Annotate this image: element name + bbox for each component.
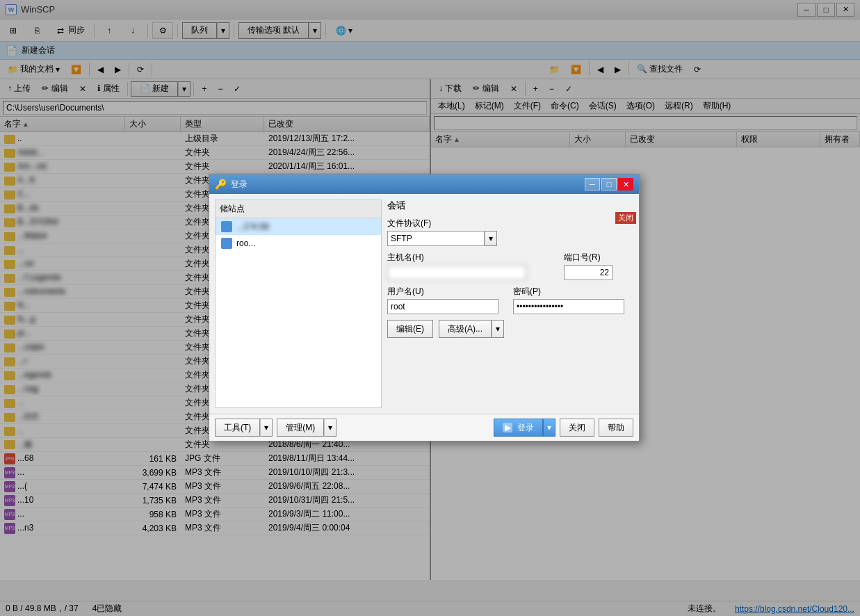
protocol-row: 文件协议(F) ▾: [387, 218, 633, 246]
manage-arrow[interactable]: ▾: [324, 419, 336, 437]
site-item-2[interactable]: roo...: [216, 235, 381, 252]
help-button[interactable]: 帮助: [599, 419, 633, 437]
host-port-row: 主机名(H) 端口号(R): [387, 252, 633, 280]
pass-label: 密码(P): [513, 286, 633, 298]
login-label: 登录: [517, 422, 534, 434]
user-label: 用户名(U): [387, 286, 508, 298]
protocol-label: 文件协议(F): [387, 218, 633, 229]
sites-label: 储站点: [220, 204, 245, 213]
site-label-2: roo...: [236, 238, 255, 248]
modal-footer: 工具(T) ▾ 管理(M) ▾ ▶ 登录 ▾ 关闭 帮助: [209, 414, 639, 441]
login-button[interactable]: ▶ 登录: [494, 419, 543, 437]
login-btn-group: ▶ 登录 ▾: [494, 419, 555, 437]
edit-button[interactable]: 编辑(E): [387, 320, 433, 338]
modal-title-icon: 🔑: [215, 179, 227, 190]
modal-controls: ─ □ ✕: [585, 178, 633, 191]
user-pass-row: 用户名(U) 密码(P): [387, 286, 633, 314]
tools-btn-group: 工具(T) ▾: [215, 419, 273, 437]
protocol-arrow[interactable]: ▾: [485, 231, 497, 246]
modal-close-label: 关闭: [615, 212, 636, 224]
site-item-1[interactable]: ...174.58: [216, 218, 381, 235]
site-label-1: ...174.58: [236, 222, 269, 232]
modal-minimize-btn[interactable]: ─: [585, 178, 600, 191]
advanced-arrow[interactable]: ▾: [492, 320, 504, 338]
pass-group: 密码(P): [513, 286, 633, 314]
modal-sidebar: 储站点 ...174.58 roo...: [215, 200, 382, 408]
protocol-input[interactable]: [387, 231, 485, 246]
modal-body: 储站点 ...174.58 roo... 会话 文件协议(F): [209, 194, 639, 414]
tools-button[interactable]: 工具(T): [215, 419, 260, 437]
user-group: 用户名(U): [387, 286, 508, 314]
modal-overlay: 🔑 登录 ─ □ ✕ 关闭 储站点 ...174.58: [0, 0, 860, 616]
footer-close-button[interactable]: 关闭: [560, 419, 594, 437]
modal-title-text: 登录: [231, 179, 248, 191]
advanced-button[interactable]: 高级(A)...: [439, 320, 492, 338]
port-group: 端口号(R): [564, 252, 633, 280]
host-input[interactable]: [387, 265, 526, 280]
computer-icon-2: [221, 238, 232, 249]
manage-btn-group: 管理(M) ▾: [277, 419, 336, 437]
advanced-btn-group: 高级(A)... ▾: [439, 320, 504, 338]
login-dialog: 🔑 登录 ─ □ ✕ 关闭 储站点 ...174.58: [209, 174, 640, 441]
modal-title-left: 🔑 登录: [215, 179, 248, 191]
sites-header: 储站点: [216, 200, 381, 218]
modal-form: 会话 文件协议(F) ▾ 主机名(H) 端口号(R): [387, 200, 633, 408]
modal-maximize-btn[interactable]: □: [601, 178, 617, 191]
modal-titlebar: 🔑 登录 ─ □ ✕: [209, 175, 639, 194]
login-icon: ▶: [503, 423, 512, 432]
tools-arrow[interactable]: ▾: [260, 419, 273, 437]
modal-close-btn[interactable]: ✕: [618, 178, 633, 191]
edit-advanced-row: 编辑(E) 高级(A)... ▾: [387, 320, 633, 338]
manage-button[interactable]: 管理(M): [277, 419, 324, 437]
host-label: 主机名(H): [387, 252, 558, 264]
user-input[interactable]: [387, 299, 498, 314]
port-input[interactable]: [564, 265, 612, 280]
host-group: 主机名(H): [387, 252, 558, 280]
port-label: 端口号(R): [564, 252, 633, 264]
protocol-dropdown: ▾: [387, 231, 633, 246]
login-arrow[interactable]: ▾: [543, 419, 555, 437]
pass-input[interactable]: [513, 299, 624, 314]
session-title: 会话: [387, 200, 633, 212]
computer-icon-1: [221, 221, 232, 232]
